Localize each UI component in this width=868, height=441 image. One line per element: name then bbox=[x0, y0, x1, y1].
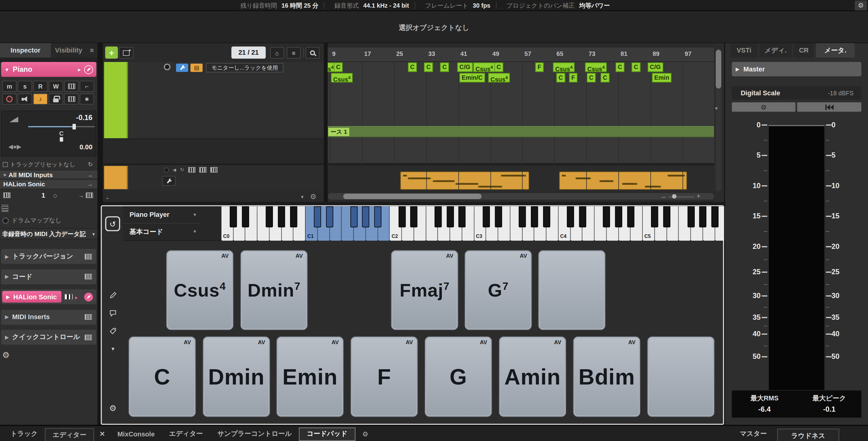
chord-event[interactable]: C bbox=[408, 63, 417, 72]
piano-key-black[interactable] bbox=[699, 206, 707, 228]
chord-event[interactable]: C/G bbox=[457, 63, 472, 72]
piano-key-black[interactable] bbox=[531, 206, 538, 228]
piano-key-black[interactable] bbox=[350, 206, 358, 228]
piano-key-black[interactable] bbox=[230, 206, 237, 228]
pink-arrow-icon[interactable]: ▸ bbox=[73, 293, 78, 301]
piano-key-black[interactable] bbox=[266, 206, 273, 228]
tracklist-gear-icon[interactable]: ⚙ bbox=[310, 193, 316, 201]
chord-event[interactable]: C bbox=[616, 63, 624, 72]
chord-event[interactable]: Csus4 bbox=[331, 73, 353, 82]
piano-key-black[interactable] bbox=[459, 206, 466, 228]
vertical-scrollbar-handle[interactable] bbox=[716, 50, 721, 89]
piano-key-black[interactable] bbox=[579, 206, 586, 228]
use-track-preset-button[interactable]: + bbox=[119, 47, 133, 59]
chord-event[interactable]: C bbox=[440, 63, 449, 72]
track-scale-dropdown-icon[interactable]: ▼ bbox=[714, 106, 718, 111]
chord-pad-Amin[interactable]: AVAmin bbox=[499, 336, 566, 417]
tab-loudness[interactable]: ラウドネス bbox=[777, 429, 839, 441]
piano-key-black[interactable] bbox=[242, 206, 249, 228]
pan-slider-handle[interactable] bbox=[60, 137, 63, 141]
piano-key-black[interactable] bbox=[651, 206, 659, 228]
chord-event[interactable]: C/G bbox=[648, 63, 663, 72]
chord-pad-F[interactable]: AVF bbox=[350, 336, 418, 417]
tab-visibility[interactable]: Visibility bbox=[51, 43, 87, 58]
chord-event[interactable]: Csus4 bbox=[585, 63, 607, 72]
tracklist-timeline-divider[interactable] bbox=[324, 43, 328, 202]
inspector-section[interactable]: ▶HALion Sonic▸ bbox=[1, 289, 97, 304]
loop-mini-icon[interactable]: ↻ bbox=[180, 167, 184, 173]
drum-editor-icon[interactable] bbox=[64, 94, 79, 104]
chord-event[interactable]: Csus4 bbox=[553, 63, 575, 72]
master-triangle-icon[interactable]: ▶ bbox=[736, 66, 740, 72]
piano-key-black[interactable] bbox=[543, 206, 550, 228]
home-button[interactable]: ⌂ bbox=[270, 47, 284, 59]
collapse-triangle-icon[interactable]: ▼ bbox=[4, 67, 9, 72]
track-button-W[interactable]: W bbox=[49, 81, 63, 92]
piano-key-black[interactable] bbox=[314, 206, 321, 228]
bottom-tab-サンプラーコントロール[interactable]: サンプラーコントロール bbox=[210, 430, 299, 439]
chord-event[interactable]: Emin/C bbox=[459, 73, 485, 82]
bottom-tab-MixConsole[interactable]: MixConsole bbox=[110, 430, 162, 438]
horizontal-scrollbar[interactable] bbox=[328, 193, 714, 200]
folder-parts-icon[interactable]: ▤ bbox=[190, 64, 203, 72]
chord-pad-Fmaj7[interactable]: AVFmaj7 bbox=[391, 250, 459, 331]
pan-control-icon[interactable]: ◀●▶ bbox=[8, 143, 21, 150]
chord-pad-C[interactable]: AVC bbox=[128, 336, 196, 417]
chord-pad-Bdim[interactable]: AVBdim bbox=[573, 336, 641, 417]
vertical-scrollbar[interactable] bbox=[716, 48, 721, 191]
bottom-tab-close-icon[interactable]: ✕ bbox=[94, 430, 110, 438]
inspector-settings-gear-icon[interactable]: ⚙ bbox=[2, 350, 9, 360]
piano-key-black[interactable] bbox=[687, 206, 695, 228]
freeze-button[interactable]: ∗ bbox=[80, 94, 94, 104]
track-button-R[interactable]: R bbox=[33, 81, 48, 92]
grid-mini-icon[interactable] bbox=[199, 167, 207, 173]
panel-list-icon[interactable] bbox=[2, 205, 8, 212]
chord-event[interactable]: F bbox=[569, 73, 577, 82]
chord-pad-Dmin7[interactable]: AVDmin7 bbox=[240, 250, 308, 331]
chord-pad-empty[interactable] bbox=[647, 336, 715, 417]
chord-event[interactable]: F bbox=[535, 63, 544, 72]
piano-key-black[interactable] bbox=[398, 206, 406, 228]
edit-channel-icon[interactable] bbox=[84, 65, 93, 74]
record-enable-button[interactable] bbox=[2, 94, 17, 104]
status-bar-settings-gear-icon[interactable]: ⚙ bbox=[855, 1, 867, 11]
chord-pad-Dmin[interactable]: AVDmin bbox=[203, 336, 270, 417]
chord-pad-empty[interactable] bbox=[538, 250, 606, 331]
chord-event[interactable]: C bbox=[587, 73, 596, 82]
chevron-down-icon[interactable]: ▼ bbox=[91, 232, 96, 236]
chord-event[interactable]: C bbox=[556, 73, 565, 82]
bottom-tab-コードパッド[interactable]: コードパッド bbox=[299, 427, 355, 440]
chord-event[interactable]: Csus4 bbox=[488, 73, 510, 82]
track-header-piano[interactable]: ▼ Piano ▸ bbox=[1, 62, 97, 77]
track-preset-row[interactable]: トラックプリセットなし ↻ bbox=[0, 160, 97, 169]
piano-key-black[interactable] bbox=[627, 206, 634, 228]
piano-key-black[interactable] bbox=[615, 206, 622, 228]
monitor-button[interactable] bbox=[18, 94, 32, 104]
piano-key-black[interactable] bbox=[410, 206, 418, 228]
track-color-strip[interactable] bbox=[104, 62, 128, 139]
right-tab-2[interactable]: CR bbox=[794, 43, 814, 58]
midi-part[interactable] bbox=[559, 171, 687, 190]
chord-event[interactable]: Csus4 bbox=[473, 63, 495, 72]
right-tab-3[interactable]: メータ. bbox=[816, 43, 855, 58]
volume-slider-handle[interactable] bbox=[72, 124, 76, 130]
right-tab-1[interactable]: メディ. bbox=[760, 43, 792, 58]
piano-key-black[interactable] bbox=[603, 206, 610, 228]
bottom-tab-トラック[interactable]: トラック bbox=[3, 430, 45, 439]
meter-scale-row[interactable]: Digital Scale -18 dBFS bbox=[732, 87, 861, 100]
record-dot-icon[interactable] bbox=[164, 167, 169, 172]
search-button[interactable] bbox=[306, 47, 319, 59]
grid-mini-icon[interactable] bbox=[210, 167, 218, 173]
channel-row[interactable]: 1 ◇ → bbox=[0, 190, 97, 200]
track-button-s[interactable]: s bbox=[18, 81, 32, 92]
chord-event[interactable]: C bbox=[334, 63, 343, 72]
monitored-track-icon[interactable] bbox=[176, 64, 188, 72]
chord-event[interactable]: Emin bbox=[652, 73, 672, 82]
chord-pad-G7[interactable]: AVG7 bbox=[465, 250, 532, 331]
add-track-button[interactable]: + bbox=[105, 46, 118, 59]
piano-key-black[interactable] bbox=[711, 206, 718, 228]
master-channel-row[interactable]: ▶ Master bbox=[732, 62, 861, 76]
timeline-ruler[interactable]: 91725334149576573818997 bbox=[328, 48, 714, 62]
piano-key-black[interactable] bbox=[495, 206, 502, 228]
speaker-mini-icon[interactable]: ◀ bbox=[173, 167, 176, 172]
